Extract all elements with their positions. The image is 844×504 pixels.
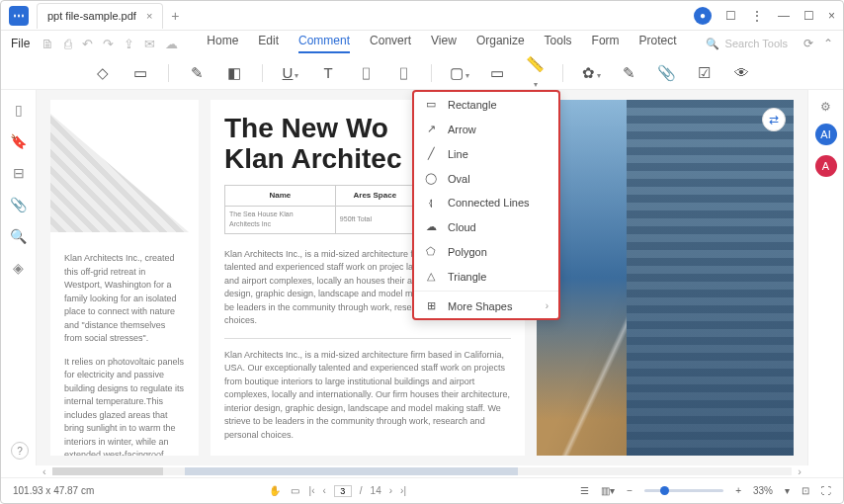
shape-option-oval[interactable]: ◯ Oval xyxy=(414,166,558,191)
close-tab-icon[interactable]: × xyxy=(146,10,152,22)
last-page-icon[interactable]: ›| xyxy=(400,485,406,496)
tab-organize[interactable]: Organize xyxy=(476,34,525,53)
tab-edit[interactable]: Edit xyxy=(258,34,279,53)
collapse-ribbon-icon[interactable]: ⌃ xyxy=(823,37,833,50)
share-icon[interactable]: ⇪ xyxy=(124,37,134,51)
user-avatar-icon[interactable]: ● xyxy=(694,7,712,25)
zoom-dropdown-icon[interactable]: ▾ xyxy=(785,485,790,496)
underline-tool-icon[interactable]: U xyxy=(281,64,300,81)
print-icon[interactable]: ⎙ xyxy=(64,37,72,51)
zoom-out-icon[interactable]: − xyxy=(627,485,633,496)
feedback-icon[interactable]: ☐ xyxy=(725,9,736,23)
convert-fab-icon[interactable]: ⇄ xyxy=(762,108,786,131)
next-page-icon[interactable]: › xyxy=(389,485,392,496)
tab-view[interactable]: View xyxy=(431,34,457,53)
shape-option-rectangle[interactable]: ▭ Rectangle xyxy=(414,92,558,117)
stamp-tool-icon[interactable]: ✿ xyxy=(581,64,601,82)
cloud-icon: ☁ xyxy=(424,220,438,233)
form-tool-icon[interactable]: ☑ xyxy=(694,64,714,82)
fit-page-icon[interactable]: ⊡ xyxy=(802,485,809,496)
body-text: Klan Architects Inc., is a mid-sized arc… xyxy=(224,349,511,443)
callout-tool-icon[interactable]: ▭ xyxy=(487,64,507,82)
shape-tool-icon[interactable]: ▢ xyxy=(450,64,469,82)
cloud-sync-icon[interactable]: ⟳ xyxy=(803,37,813,50)
file-menu[interactable]: File xyxy=(11,37,30,50)
note-tool-icon[interactable]: ▭ xyxy=(130,64,150,82)
shape-option-triangle[interactable]: △ Triangle xyxy=(414,264,558,289)
tab-protect[interactable]: Protect xyxy=(639,34,677,53)
more-menu-icon[interactable]: ⋮ xyxy=(750,8,764,24)
tab-form[interactable]: Form xyxy=(592,34,620,53)
read-mode-icon[interactable]: ☰ xyxy=(580,485,589,496)
pencil-tool-icon[interactable]: ✎ xyxy=(187,64,207,82)
translate-icon[interactable]: A xyxy=(815,155,837,177)
add-tab-button[interactable]: + xyxy=(171,8,179,24)
minimize-icon[interactable]: — xyxy=(778,9,790,23)
body-text: Klan Architects Inc., created this off-g… xyxy=(64,252,185,346)
shape-option-cloud[interactable]: ☁ Cloud xyxy=(414,214,558,239)
zoom-slider[interactable] xyxy=(644,489,723,492)
scroll-right-icon[interactable]: › xyxy=(792,465,807,477)
page-total: 14 xyxy=(371,485,381,496)
redo-icon[interactable]: ↷ xyxy=(103,37,114,51)
undo-icon[interactable]: ↶ xyxy=(82,37,93,51)
tab-home[interactable]: Home xyxy=(207,34,238,53)
select-tool-icon[interactable]: ▭ xyxy=(291,485,299,496)
close-window-icon[interactable]: × xyxy=(828,9,835,23)
rectangle-icon: ▭ xyxy=(424,98,438,111)
shape-option-arrow[interactable]: ↗ Arrow xyxy=(414,117,558,141)
bookmarks-icon[interactable]: 🔖 xyxy=(10,133,27,149)
search-icon[interactable]: 🔍 xyxy=(706,38,719,50)
layers-icon[interactable]: ◈ xyxy=(13,260,24,276)
cloud-icon[interactable]: ☁ xyxy=(165,37,178,51)
page-sep: / xyxy=(360,485,363,496)
sign-tool-icon[interactable]: ✎ xyxy=(619,64,638,82)
text-tool-icon[interactable]: T xyxy=(318,64,338,81)
search-placeholder[interactable]: Search Tools xyxy=(725,38,788,49)
fullscreen-icon[interactable]: ⛶ xyxy=(821,485,831,496)
settings-icon[interactable]: ⚙ xyxy=(820,100,831,114)
textbox-right-icon[interactable]: ⌷ xyxy=(393,64,413,81)
shape-option-line[interactable]: ╱ Line xyxy=(414,141,558,166)
table-header: Name xyxy=(225,185,336,206)
attachment-tool-icon[interactable]: 📎 xyxy=(656,64,676,82)
mail-icon[interactable]: ✉ xyxy=(144,37,155,51)
highlight-tool-icon[interactable]: ◇ xyxy=(93,64,113,82)
ai-assistant-icon[interactable]: AI xyxy=(815,124,837,145)
arrow-icon: ↗ xyxy=(424,123,438,135)
zoom-in-icon[interactable]: + xyxy=(735,485,741,496)
search-panel-icon[interactable]: 🔍 xyxy=(10,228,27,244)
oval-icon: ◯ xyxy=(424,172,438,185)
hand-tool-icon[interactable]: ✋ xyxy=(269,485,281,496)
shape-option-polygon[interactable]: ⬠ Polygon xyxy=(414,239,558,264)
tab-convert[interactable]: Convert xyxy=(370,34,411,53)
shape-option-connected[interactable]: ⦉ Connected Lines xyxy=(414,191,558,214)
thumbnails-icon[interactable]: ▯ xyxy=(15,102,23,118)
comments-panel-icon[interactable]: ⊟ xyxy=(13,165,25,181)
tab-comment[interactable]: Comment xyxy=(298,34,350,53)
hide-annotations-icon[interactable]: 👁 xyxy=(731,64,751,81)
save-icon[interactable]: 🗎 xyxy=(42,37,54,51)
dimensions-readout: 101.93 x 47.87 cm xyxy=(13,485,94,496)
doc-title-line2: Klan Architec xyxy=(224,143,401,174)
attachments-panel-icon[interactable]: 📎 xyxy=(10,197,27,212)
document-tab[interactable]: ppt file-sample.pdf × xyxy=(37,3,163,29)
more-shapes-icon: ⊞ xyxy=(424,299,438,312)
maximize-icon[interactable]: ☐ xyxy=(803,9,814,23)
scroll-left-icon[interactable]: ‹ xyxy=(37,465,52,477)
table-header: Ares Space xyxy=(335,185,414,206)
app-logo-icon: ⋯ xyxy=(9,6,29,26)
measure-tool-icon[interactable]: 📏 xyxy=(525,55,545,90)
eraser-tool-icon[interactable]: ◧ xyxy=(224,64,244,82)
shape-option-more[interactable]: ⊞ More Shapes › xyxy=(414,294,558,318)
horizontal-scrollbar[interactable] xyxy=(52,467,793,475)
help-icon[interactable]: ? xyxy=(11,442,29,460)
connected-lines-icon: ⦉ xyxy=(424,197,438,209)
textbox-left-icon[interactable]: ⌷ xyxy=(356,64,376,81)
layout-mode-icon[interactable]: ▥▾ xyxy=(601,485,615,496)
zoom-level[interactable]: 33% xyxy=(753,485,773,496)
first-page-icon[interactable]: |‹ xyxy=(309,485,315,496)
page-number-input[interactable] xyxy=(334,485,352,497)
tab-tools[interactable]: Tools xyxy=(545,34,572,53)
prev-page-icon[interactable]: ‹ xyxy=(322,485,325,496)
